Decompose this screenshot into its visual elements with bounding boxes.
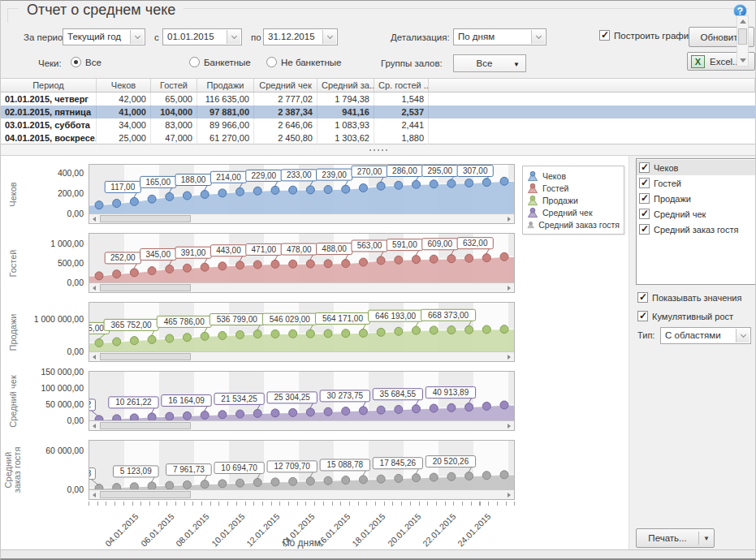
show-values-checkbox[interactable]: Показывать значения xyxy=(637,292,741,303)
checkbox-icon[interactable] xyxy=(639,178,650,188)
scroll-left-icon[interactable] xyxy=(90,353,98,360)
data-point-marker xyxy=(271,330,279,338)
table-cell-filler xyxy=(429,106,755,118)
chart-plot-2[interactable]: 252,00345,00391,00443,00471,00478,00488,… xyxy=(89,233,515,293)
column-header[interactable]: Средний за... xyxy=(318,79,374,92)
chart-scrollbar-thumb[interactable] xyxy=(100,422,191,429)
data-point-marker xyxy=(500,325,508,334)
chart-row-3: Продажи0,001 000 000,0035,00365 752,0046… xyxy=(1,302,521,362)
date-from-value: 01.01.2015 xyxy=(167,32,225,41)
table-row[interactable]: 02.01.2015, пятница41,000104,00097 881,0… xyxy=(1,106,755,118)
data-point-marker xyxy=(324,476,332,485)
column-header[interactable]: Ср. гостей ... xyxy=(374,79,429,92)
cumulative-checkbox[interactable]: Кумулятивный рост xyxy=(637,311,733,321)
data-point-marker xyxy=(253,187,261,195)
scroll-left-icon[interactable] xyxy=(90,491,98,498)
detail-select[interactable]: По дням xyxy=(453,28,546,45)
column-header[interactable]: Продажи xyxy=(197,79,254,92)
checkbox-icon[interactable] xyxy=(639,224,650,235)
table-chart-splitter[interactable] xyxy=(1,145,755,156)
chevron-down-icon[interactable] xyxy=(322,30,336,44)
table-row[interactable]: 04.01.2015, воскресе...25,00047,00061 27… xyxy=(1,131,755,144)
table-cell: 2 450,80 xyxy=(254,131,318,144)
table-vertical-scrollbar[interactable] xyxy=(737,15,749,67)
scroll-up-icon[interactable] xyxy=(738,16,747,27)
date-from-select[interactable]: 01.01.2015 xyxy=(162,28,242,45)
scroll-down-icon[interactable] xyxy=(738,55,747,66)
chevron-down-icon[interactable] xyxy=(130,30,144,44)
chart-area: Чеков0,00200,00400,00117,00165,00188,002… xyxy=(1,156,629,549)
data-point-marker xyxy=(377,475,385,483)
radio-all-checks[interactable]: Все xyxy=(71,57,102,67)
chart-horizontal-scrollbar[interactable] xyxy=(89,213,514,223)
value-label: 295,00 xyxy=(428,166,453,175)
radio-nonbanquet-label: Не банкетные xyxy=(281,58,341,67)
chart-plot-1[interactable]: 117,00165,00188,00214,00229,00233,00239,… xyxy=(89,164,515,224)
hall-groups-select[interactable]: Все ▼ xyxy=(453,54,526,72)
period-label: За период xyxy=(24,32,68,42)
y-tick-label: 200,00 xyxy=(58,188,84,198)
scroll-left-icon[interactable] xyxy=(90,422,98,429)
chart-plot-3[interactable]: 35,00365 752,00465 786,00536 799,00546 0… xyxy=(89,302,515,362)
chart-horizontal-scrollbar[interactable] xyxy=(89,351,514,361)
chevron-down-icon[interactable] xyxy=(736,329,750,342)
data-point-marker xyxy=(201,411,209,420)
chart-horizontal-scrollbar[interactable] xyxy=(89,282,514,292)
build-chart-checkbox[interactable]: Построить график xyxy=(599,30,693,41)
table-scrollbar-thumb[interactable] xyxy=(738,28,747,45)
table-row[interactable]: 03.01.2015, суббота34,00083,00089 966,00… xyxy=(1,118,755,131)
data-point-marker xyxy=(166,192,174,200)
date-to-select[interactable]: 31.12.2015 xyxy=(263,28,338,45)
print-dropdown-icon[interactable]: ▼ xyxy=(699,535,714,542)
column-header[interactable]: Период xyxy=(1,79,97,92)
chevron-down-icon[interactable] xyxy=(227,30,240,44)
status-strip xyxy=(1,549,755,558)
scroll-right-icon[interactable] xyxy=(505,284,513,291)
column-header[interactable]: Чеков xyxy=(97,79,151,92)
legend-label: Продажи xyxy=(542,196,578,205)
scroll-left-icon[interactable] xyxy=(90,215,98,222)
value-label: 16 164,09 xyxy=(168,396,205,405)
scroll-right-icon[interactable] xyxy=(505,422,513,429)
value-label: 165,00 xyxy=(145,178,171,187)
series-checkbox-item[interactable]: Чеков xyxy=(637,160,755,175)
checkbox-icon[interactable] xyxy=(639,162,650,173)
checkbox-icon xyxy=(637,292,648,303)
column-header[interactable]: Средний чек xyxy=(254,79,318,92)
chart-type-select[interactable]: С областями xyxy=(660,327,751,344)
x-axis-date-labels: 04.01.201506.01.201508.01.201510.01.2015… xyxy=(1,507,537,536)
chart-scrollbar-thumb[interactable] xyxy=(100,215,191,222)
radio-banquet-checks[interactable]: Банкетные xyxy=(189,57,251,67)
period-select[interactable]: Текущий год xyxy=(63,28,145,45)
series-checkbox-item[interactable]: Гостей xyxy=(637,175,755,191)
data-point-marker xyxy=(359,184,367,192)
chart-plot-4[interactable]: 0210 261,2216 164,0921 534,2525 304,2530… xyxy=(89,371,515,431)
data-point-marker xyxy=(482,254,490,262)
print-button[interactable]: Печать... ▼ xyxy=(636,528,715,548)
scroll-right-icon[interactable] xyxy=(505,353,513,360)
chart-type-value: С областями xyxy=(665,330,734,340)
radio-nonbanquet-checks[interactable]: Не банкетные xyxy=(266,57,341,67)
checkbox-icon[interactable] xyxy=(639,209,650,219)
series-checkbox-item[interactable]: Средний чек xyxy=(637,206,755,222)
data-point-marker xyxy=(359,407,367,415)
chart-horizontal-scrollbar[interactable] xyxy=(89,420,514,430)
chevron-down-icon[interactable] xyxy=(531,30,545,44)
scroll-right-icon[interactable] xyxy=(505,215,513,222)
table-row[interactable]: 01.01.2015, четверг42,00065,000116 635,0… xyxy=(1,93,755,106)
chart-scrollbar-thumb[interactable] xyxy=(100,353,191,360)
column-header[interactable]: Гостей xyxy=(151,79,197,92)
scroll-right-icon[interactable] xyxy=(505,491,513,498)
scroll-left-icon[interactable] xyxy=(90,284,98,291)
series-checkbox-item[interactable]: Продажи xyxy=(637,191,755,206)
series-icon xyxy=(527,170,538,182)
chart-horizontal-scrollbar[interactable] xyxy=(89,489,514,499)
y-tick-label: 0,00 xyxy=(67,485,84,494)
chart-plot-5[interactable]: 385 123,097 961,7310 694,7012 709,7015 0… xyxy=(89,440,515,500)
radio-icon xyxy=(71,57,81,67)
chart-scrollbar-thumb[interactable] xyxy=(100,284,191,291)
series-checkbox-item[interactable]: Средний заказ гостя xyxy=(637,222,755,237)
legend-label: Чеков xyxy=(542,171,566,181)
checkbox-icon[interactable] xyxy=(639,193,650,204)
chart-scrollbar-thumb[interactable] xyxy=(100,491,191,498)
